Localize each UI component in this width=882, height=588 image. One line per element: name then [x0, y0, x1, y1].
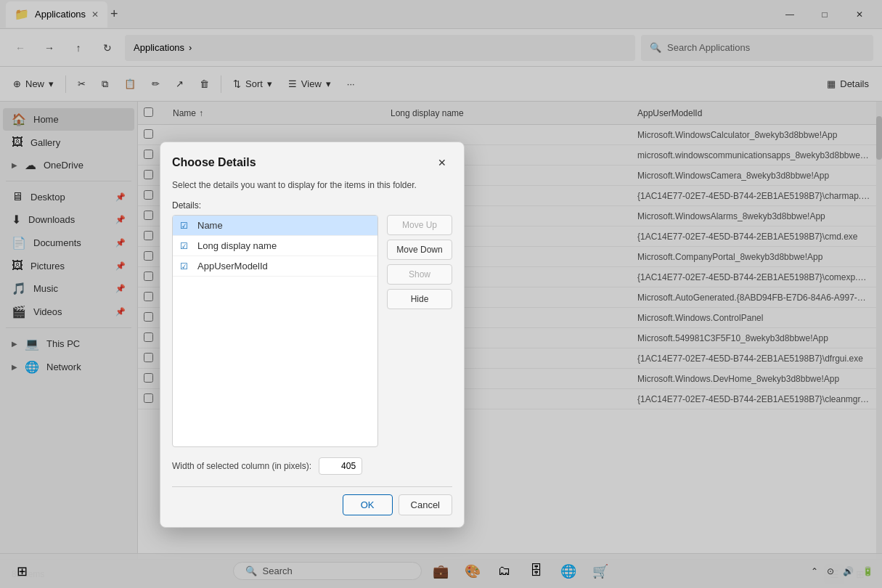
width-row: Width of selected column (in pixels):: [172, 457, 452, 475]
detail-label-long: Long display name: [197, 240, 277, 251]
detail-item-long-display-name[interactable]: ☑ Long display name: [173, 236, 377, 256]
details-list: ☑ Name ☑ Long display name ☑ AppUserMode…: [172, 215, 378, 447]
details-section-label: Details:: [172, 200, 452, 211]
detail-label-name: Name: [197, 220, 223, 231]
detail-label-appid: AppUserModelId: [197, 261, 268, 271]
modal-action-buttons: Move Up Move Down Show Hide: [387, 215, 452, 447]
checkbox-long-display[interactable]: ☑: [180, 241, 192, 251]
checkbox-appusermodelid[interactable]: ☑: [180, 261, 192, 271]
show-button[interactable]: Show: [387, 264, 452, 285]
width-label: Width of selected column (in pixels):: [172, 461, 311, 471]
modal-overlay: Choose Details ✕ Select the details you …: [0, 0, 882, 588]
detail-item-appusermodelid[interactable]: ☑ AppUserModelId: [173, 256, 377, 277]
modal-title-bar: Choose Details ✕: [160, 142, 464, 180]
modal-close-button[interactable]: ✕: [432, 152, 452, 173]
hide-button[interactable]: Hide: [387, 289, 452, 309]
checkbox-name[interactable]: ☑: [180, 221, 192, 231]
width-input[interactable]: [319, 457, 362, 475]
detail-item-name[interactable]: ☑ Name: [173, 216, 377, 236]
cancel-button[interactable]: Cancel: [399, 494, 452, 515]
modal-content-row: ☑ Name ☑ Long display name ☑ AppUserMode…: [172, 215, 452, 447]
modal-footer: OK Cancel: [160, 487, 464, 527]
move-up-button[interactable]: Move Up: [387, 215, 452, 235]
choose-details-dialog: Choose Details ✕ Select the details you …: [160, 142, 465, 528]
modal-body: Select the details you want to display f…: [160, 180, 464, 486]
move-down-button[interactable]: Move Down: [387, 240, 452, 260]
modal-description: Select the details you want to display f…: [172, 180, 452, 190]
ok-button[interactable]: OK: [343, 494, 393, 515]
modal-title: Choose Details: [172, 156, 256, 169]
